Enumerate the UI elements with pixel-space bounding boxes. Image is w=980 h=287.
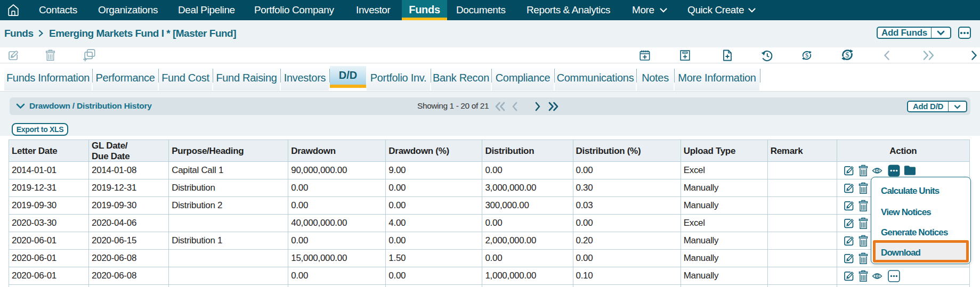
svg-text:$: $: [805, 52, 808, 59]
svg-text:$: $: [845, 51, 849, 59]
